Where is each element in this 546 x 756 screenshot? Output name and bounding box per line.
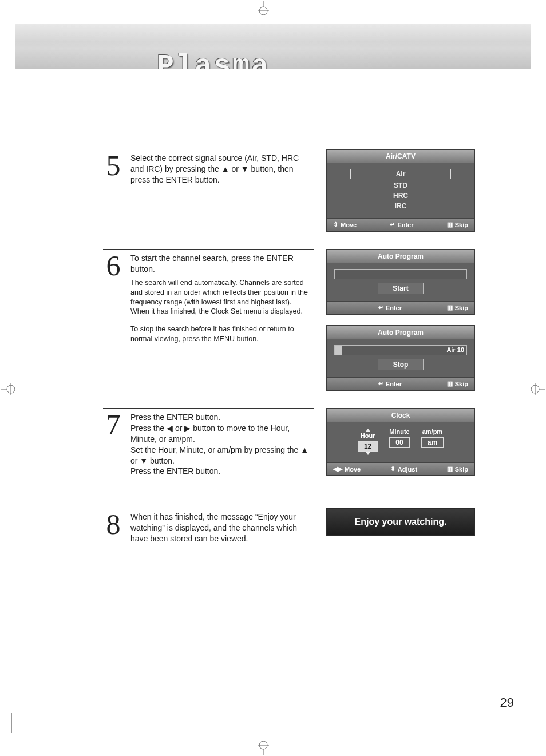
- step-number: 7: [103, 412, 122, 477]
- osd-option-std[interactable]: STD: [334, 180, 467, 191]
- osd-option-air[interactable]: Air: [350, 169, 451, 179]
- step-5: 5 Select the correct signal source (Air,…: [103, 149, 314, 185]
- progress-fill: [335, 346, 342, 355]
- clock-hdr: am/pm: [421, 428, 444, 435]
- step-text: To start the channel search, press the E…: [130, 253, 314, 275]
- footer-adjust: ⇕Adjust: [390, 465, 417, 473]
- enjoy-message: Enjoy your watching.: [326, 508, 475, 536]
- osd-autoprogram-start: Auto Program Start ↵Enter ▥Skip: [326, 249, 475, 315]
- header-banner: Plasma Display: [15, 24, 531, 69]
- clock-val-minute: 00: [389, 437, 409, 448]
- clock-val-hour: 12: [358, 441, 378, 452]
- step-number: 8: [103, 512, 122, 544]
- clock-hdr: Minute: [389, 428, 409, 435]
- osd-clock: Clock Hour 12 Minute 00 am/pm a: [326, 408, 475, 476]
- start-button[interactable]: Start: [378, 283, 424, 294]
- osd-aircatv: Air/CATV Air STD HRC IRC ⇕Move ↵Enter ▥S…: [326, 149, 475, 232]
- crop-mark-top: [252, 1, 275, 15]
- enter-icon: ↵: [378, 380, 383, 387]
- step-line-1: Press the ENTER button.: [130, 412, 314, 423]
- footer-move: ⇕Move: [333, 221, 357, 228]
- enter-icon: ↵: [378, 304, 383, 311]
- footer-move: ◀▶Move: [333, 465, 361, 473]
- crop-mark-left: [1, 378, 15, 401]
- stop-button[interactable]: Stop: [378, 359, 424, 370]
- menu-icon: ▥: [447, 221, 453, 228]
- step-text: Select the correct signal source (Air, S…: [130, 153, 314, 185]
- footer-skip: ▥Skip: [447, 380, 468, 387]
- osd-footer: ↵Enter ▥Skip: [327, 301, 474, 314]
- step-7: 7 Press the ENTER button. Press the ◀ or…: [103, 408, 314, 477]
- step-text: When it has finished, the message “Enjoy…: [130, 512, 314, 544]
- progress-label: Air 10: [446, 346, 464, 353]
- menu-icon: ▥: [447, 380, 453, 387]
- osd-title: Auto Program: [327, 250, 474, 263]
- menu-icon: ▥: [447, 465, 453, 473]
- footer-enter: ↵Enter: [390, 221, 413, 228]
- banner-title: Plasma Display: [157, 50, 415, 69]
- footer-enter: ↵Enter: [378, 380, 402, 387]
- footer-skip: ▥Skip: [447, 221, 468, 228]
- osd-footer: ↵Enter ▥Skip: [327, 377, 474, 390]
- clock-col-hour[interactable]: Hour 12: [358, 428, 378, 456]
- step-subtext-2: To stop the search before it has finishe…: [130, 324, 314, 344]
- page-number: 29: [500, 695, 514, 710]
- osd-option-hrc[interactable]: HRC: [334, 191, 467, 201]
- osd-title: Air/CATV: [327, 150, 474, 163]
- osd-title: Auto Program: [327, 326, 474, 339]
- updown-icon: ⇕: [390, 465, 395, 473]
- step-line-3: Set the Hour, Minute, or am/pm by pressi…: [130, 445, 314, 466]
- clock-grid: Hour 12 Minute 00 am/pm am: [334, 428, 467, 456]
- clock-col-ampm[interactable]: am/pm am: [421, 428, 444, 456]
- updown-icon: ⇕: [333, 221, 338, 228]
- footer-enter: ↵Enter: [378, 304, 402, 311]
- enter-icon: ↵: [390, 221, 395, 228]
- progress-bar-empty: [334, 269, 467, 279]
- progress-bar: Air 10: [334, 345, 467, 355]
- step-number: 6: [103, 253, 122, 344]
- leftright-icon: ◀▶: [333, 465, 342, 473]
- step-number: 5: [103, 153, 122, 185]
- corner-mark: [11, 713, 46, 733]
- osd-footer: ⇕Move ↵Enter ▥Skip: [327, 218, 474, 231]
- clock-hdr: Hour: [358, 432, 378, 439]
- step-line-2: Press the ◀ or ▶ button to move to the H…: [130, 423, 314, 445]
- step-6: 6 To start the channel search, press the…: [103, 249, 314, 344]
- menu-icon: ▥: [447, 304, 453, 311]
- clock-col-minute[interactable]: Minute 00: [389, 428, 409, 456]
- crop-mark-bottom: [252, 741, 275, 755]
- osd-option-list: Air STD HRC IRC: [334, 169, 467, 211]
- step-subtext-1: The search will end automatically. Chann…: [130, 278, 314, 317]
- clock-val-ampm: am: [421, 437, 444, 448]
- step-8: 8 When it has finished, the message “Enj…: [103, 508, 314, 544]
- osd-option-irc[interactable]: IRC: [334, 201, 467, 211]
- crop-mark-right: [531, 378, 545, 401]
- step-line-4: Press the ENTER button.: [130, 466, 314, 477]
- footer-skip: ▥Skip: [447, 465, 468, 473]
- osd-title: Clock: [327, 409, 474, 422]
- osd-footer: ◀▶Move ⇕Adjust ▥Skip: [327, 462, 474, 475]
- osd-autoprogram-running: Auto Program Air 10 Stop ↵Enter ▥Skip: [326, 325, 475, 391]
- footer-skip: ▥Skip: [447, 304, 468, 311]
